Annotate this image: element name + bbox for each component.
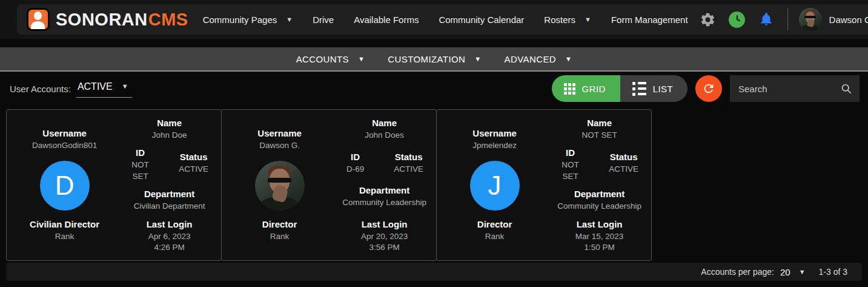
last-login-date: Apr 20, 2023 — [337, 231, 431, 242]
person-logo-icon — [27, 8, 50, 31]
search-box — [730, 75, 860, 102]
name-label: Name — [552, 118, 646, 128]
refresh-icon — [702, 82, 715, 95]
refresh-button[interactable] — [695, 75, 722, 102]
id-label: ID — [339, 152, 373, 162]
pagination-bar: Accounts per page: 20 ▼ 1-3 of 3 — [6, 263, 862, 281]
per-page-value: 20 — [780, 267, 790, 277]
id-value: D-69 — [339, 164, 373, 175]
id-value: NOT SET — [124, 160, 157, 181]
brand-secondary: CMS — [148, 10, 188, 29]
id-label: ID — [124, 147, 157, 158]
menu-community-pages[interactable]: Community Pages ▼ — [203, 15, 293, 25]
tab-accounts[interactable]: ACCOUNTS ▼ — [296, 54, 365, 64]
last-login-label: Last Login — [337, 219, 431, 229]
name-label: Name — [122, 118, 216, 128]
chevron-down-icon: ▼ — [799, 269, 806, 275]
department-value: Community Leadership — [337, 197, 431, 208]
grid-view-button[interactable]: GRID — [552, 75, 620, 102]
list-view-button[interactable]: LIST — [620, 75, 687, 102]
name-value: John Doe — [122, 130, 216, 141]
chevron-down-icon: ▼ — [358, 56, 365, 62]
username-label: Username — [257, 128, 302, 138]
tab-customization[interactable]: CUSTOMIZATION ▼ — [388, 54, 481, 64]
menu-label: Form Management — [611, 15, 688, 25]
menu-community-calendar[interactable]: Community Calendar — [439, 15, 524, 25]
list-icon — [632, 82, 646, 96]
department-label: Department — [122, 189, 216, 199]
divider — [787, 8, 788, 30]
menu-rosters[interactable]: Rosters ▼ — [544, 15, 591, 25]
department-label: Department — [337, 185, 431, 195]
status-value: ACTIVE — [172, 164, 216, 175]
rank-name: Civilian Director — [30, 219, 99, 229]
last-login-label: Last Login — [122, 219, 216, 229]
search-icon[interactable] — [840, 83, 852, 95]
last-login-label: Last Login — [552, 219, 646, 229]
name-value: NOT SET — [552, 130, 646, 141]
initial-avatar: D — [40, 161, 90, 211]
list-button-label: LIST — [653, 84, 673, 94]
menu-available-forms[interactable]: Available Forms — [354, 15, 419, 25]
accounts-toolbar: User Accounts: ACTIVE ▼ GRID LIST — [10, 73, 860, 104]
last-login-date: Apr 6, 2023 — [122, 231, 216, 242]
status-label: Status — [172, 152, 216, 162]
department-value: Civilian Department — [122, 201, 216, 212]
username-value: DawsonGodin801 — [32, 140, 97, 151]
rank-name: Director — [262, 219, 297, 229]
grid-button-label: GRID — [582, 84, 606, 94]
chevron-down-icon: ▼ — [286, 16, 293, 23]
time-clock-icon[interactable] — [728, 10, 746, 29]
tab-advanced[interactable]: ADVANCED ▼ — [505, 54, 572, 64]
menu-drive[interactable]: Drive — [313, 15, 334, 25]
top-header: SONORANCMS Community Pages ▼ Drive Avail… — [0, 0, 868, 39]
chevron-down-icon: ▼ — [122, 83, 128, 90]
main-menu: Community Pages ▼ Drive Available Forms … — [203, 15, 688, 25]
grid-icon — [564, 83, 575, 95]
tab-label: ADVANCED — [505, 54, 556, 64]
header-panel: SONORANCMS Community Pages ▼ Drive Avail… — [17, 4, 868, 35]
brand-primary: SONORAN — [56, 10, 148, 29]
tab-label: CUSTOMIZATION — [388, 54, 465, 64]
rank-name: Director — [477, 219, 512, 229]
page-range: 1-3 of 3 — [819, 267, 847, 277]
last-login-time: 1:50 PM — [552, 242, 646, 253]
header-actions: Dawson G. ▼ — [688, 8, 868, 31]
menu-label: Rosters — [544, 15, 575, 25]
user-display-name: Dawson G. — [829, 15, 868, 25]
filter-label: User Accounts: — [10, 84, 71, 94]
chevron-down-icon: ▼ — [585, 16, 591, 23]
rank-label: Rank — [485, 231, 505, 242]
view-toggle: GRID LIST — [552, 75, 687, 102]
filter-value: ACTIVE — [78, 81, 113, 92]
rank-label: Rank — [270, 231, 290, 242]
account-status-filter[interactable]: ACTIVE ▼ — [76, 80, 132, 98]
last-login-time: 3:56 PM — [337, 242, 431, 253]
account-card[interactable]: Username Dawson G. Director Rank Name Jo… — [221, 109, 437, 261]
department-label: Department — [552, 189, 646, 199]
chevron-down-icon: ▼ — [474, 56, 481, 62]
search-input[interactable] — [738, 84, 840, 94]
menu-label: Community Pages — [203, 15, 277, 25]
notifications-bell-icon[interactable] — [757, 10, 775, 29]
username-value: Dawson G. — [259, 140, 300, 151]
account-cards: Username DawsonGodin801 D Civilian Direc… — [6, 109, 868, 261]
username-label: Username — [42, 128, 87, 138]
username-label: Username — [472, 128, 517, 138]
menu-label: Community Calendar — [439, 15, 524, 25]
settings-gear-icon[interactable] — [699, 10, 717, 29]
module-subnav: ACCOUNTS ▼ CUSTOMIZATION ▼ ADVANCED ▼ — [0, 47, 868, 72]
rank-label: Rank — [55, 231, 75, 242]
per-page-select[interactable]: 20 ▼ — [780, 267, 806, 277]
brand-name: SONORANCMS — [56, 10, 188, 30]
user-avatar[interactable] — [799, 8, 822, 31]
menu-label: Available Forms — [354, 15, 419, 25]
id-label: ID — [554, 147, 588, 158]
brand-logo[interactable]: SONORANCMS — [27, 8, 188, 31]
username-value: Jpmelendez — [472, 140, 517, 151]
user-photo-avatar — [255, 161, 305, 211]
menu-form-management[interactable]: Form Management — [611, 15, 688, 25]
department-value: Community Leadership — [552, 201, 646, 212]
account-card[interactable]: Username DawsonGodin801 D Civilian Direc… — [6, 109, 222, 261]
account-card[interactable]: Username Jpmelendez J Director Rank Name… — [436, 109, 652, 261]
